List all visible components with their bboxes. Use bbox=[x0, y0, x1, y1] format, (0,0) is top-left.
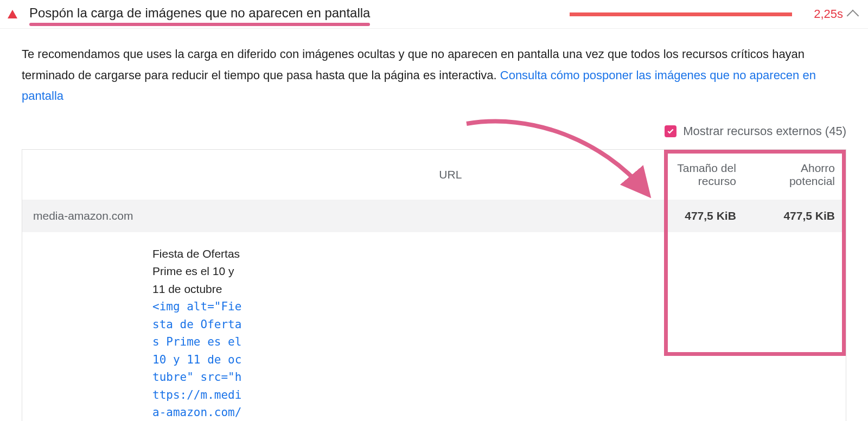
annotation-underline bbox=[29, 23, 370, 26]
item-thumbnail-cell: Fiesta de Ofertas Prime es el 10 y 11 de… bbox=[22, 232, 253, 422]
warning-triangle-icon bbox=[8, 10, 17, 18]
item-description: Fiesta de Ofertas Prime es el 10 y 11 de… bbox=[152, 245, 242, 422]
col-spacer bbox=[22, 150, 253, 200]
chevron-up-icon[interactable] bbox=[847, 10, 859, 22]
item-savings: 109,8 KiB bbox=[747, 232, 846, 422]
resources-table-wrap: URL Tamaño del recurso Ahorro potencial … bbox=[22, 149, 846, 422]
audit-header[interactable]: Pospón la carga de imágenes que no apare… bbox=[0, 0, 868, 29]
audit-title: Pospón la carga de imágenes que no apare… bbox=[29, 5, 370, 23]
col-url: URL bbox=[253, 150, 648, 200]
col-savings: Ahorro potencial bbox=[747, 150, 846, 200]
severity-bar bbox=[570, 12, 792, 16]
externals-checkbox[interactable] bbox=[665, 125, 676, 137]
check-icon bbox=[667, 127, 674, 135]
externals-label: Mostrar recursos externos (45) bbox=[683, 124, 846, 138]
audit-description: Te recomendamos que uses la carga en dif… bbox=[0, 29, 868, 107]
resources-table: URL Tamaño del recurso Ahorro potencial … bbox=[22, 150, 846, 422]
group-row[interactable]: media-amazon.com 477,5 KiB 477,5 KiB bbox=[22, 200, 846, 232]
group-savings: 477,5 KiB bbox=[747, 200, 846, 232]
externals-toggle-row: Mostrar recursos externos (45) bbox=[0, 107, 868, 144]
table-header-row: URL Tamaño del recurso Ahorro potencial bbox=[22, 150, 846, 200]
item-url-cell: …I/61fOSj1hYYL._SR1236,1080_.jpg (m.medi… bbox=[253, 232, 648, 422]
item-alt-text: Fiesta de Ofertas Prime es el 10 y 11 de… bbox=[152, 245, 242, 298]
audit-time: 2,25s bbox=[814, 7, 843, 21]
table-row[interactable]: Fiesta de Ofertas Prime es el 10 y 11 de… bbox=[22, 232, 846, 422]
col-resource-size: Tamaño del recurso bbox=[648, 150, 747, 200]
item-code-snippet: <img alt="Fiesta de Ofertas Prime es el … bbox=[152, 298, 242, 421]
group-resource-size: 477,5 KiB bbox=[648, 200, 747, 232]
item-resource-size: 109,8 KiB bbox=[648, 232, 747, 422]
group-host: media-amazon.com bbox=[22, 200, 648, 232]
